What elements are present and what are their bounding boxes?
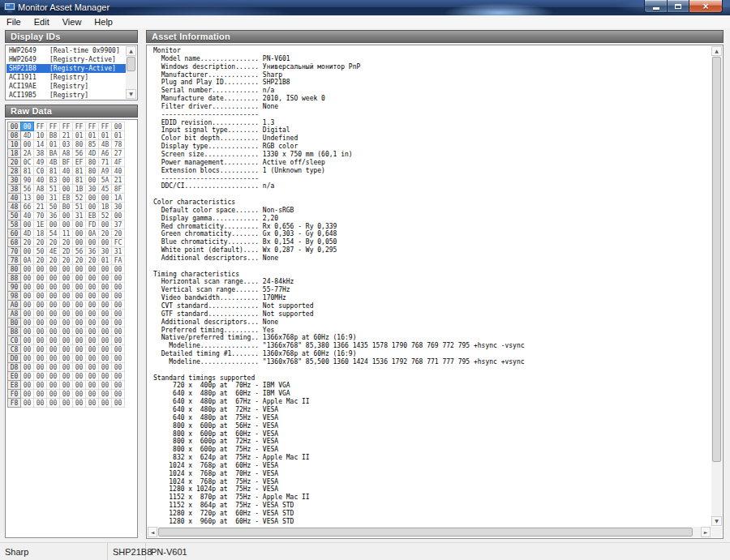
hex-cell[interactable]: 00 (46, 398, 60, 408)
display-id-code: HWP2649 (9, 55, 49, 64)
raw-data-title: Raw Data (11, 106, 52, 116)
menu-bar: FileEditViewHelp (0, 15, 730, 28)
display-id-code: ACI19B5 (9, 91, 49, 99)
scroll-up-icon[interactable]: ▲ (126, 46, 136, 56)
display-ids-items: HWP2649[Real-time 0x9900]HWP2649[Registr… (6, 46, 126, 99)
app-window: Monitor Asset Manager × FileEditViewHelp… (0, 0, 730, 560)
close-button[interactable]: × (689, 0, 723, 13)
menu-item-help[interactable]: Help (88, 15, 119, 28)
display-ids-header: Display IDs (5, 30, 138, 43)
display-ids-list: HWP2649[Real-time 0x9900]HWP2649[Registr… (5, 45, 138, 100)
hex-grid: 0000FFFFFFFFFFFF00084D10B821010101011000… (7, 122, 125, 408)
display-id-code: ACI19AE (9, 82, 49, 91)
caption-buttons: × (644, 0, 723, 13)
display-id-source: [Real-time 0x9900] (49, 46, 120, 55)
maximize-icon (675, 4, 681, 9)
menu-item-view[interactable]: View (56, 15, 88, 28)
hex-cell[interactable]: 00 (20, 122, 34, 131)
scrollbar-thumb[interactable] (158, 528, 693, 536)
maximize-button[interactable] (668, 0, 689, 13)
menu-item-edit[interactable]: Edit (28, 15, 56, 28)
status-model: PN-V601 (146, 543, 730, 560)
scroll-down-icon[interactable]: ▼ (711, 516, 722, 526)
window-title: Monitor Asset Manager (18, 2, 110, 12)
scroll-up-icon[interactable]: ▲ (711, 46, 722, 56)
display-ids-title: Display IDs (11, 32, 61, 41)
display-id-source: [Registry-Active] (49, 55, 116, 64)
display-id-source: [Registry] (49, 73, 88, 82)
display-ids-scrollbar[interactable]: ▲ ▼ (126, 46, 136, 99)
asset-horizontal-scrollbar[interactable]: ◄ ► (148, 527, 711, 537)
status-bar: Sharp SHP21B8 PN-V601 (0, 542, 730, 560)
scrollbar-thumb[interactable] (127, 57, 135, 71)
display-id-item[interactable]: ACI19AE[Registry] (6, 82, 126, 91)
display-id-item[interactable]: SHP21B8[Registry-Active] (6, 64, 126, 73)
hex-cell[interactable]: 00 (111, 398, 125, 408)
display-id-source: [Registry] (49, 82, 88, 91)
scroll-right-icon[interactable]: ► (701, 527, 711, 537)
display-id-item[interactable]: ACI19B5[Registry] (6, 91, 126, 99)
raw-data-grid: 0000FFFFFFFFFFFF00084D10B821010101011000… (5, 119, 138, 538)
asset-info-panel: Monitor Model name............... PN-V60… (146, 45, 724, 539)
hex-cell[interactable]: 00 (59, 398, 73, 408)
hex-cell[interactable]: 00 (33, 398, 47, 408)
hex-cell[interactable]: 00 (72, 398, 86, 408)
display-id-code: SHP21B8 (9, 64, 49, 73)
hex-cell[interactable]: 00 (20, 398, 34, 408)
display-id-code: ACI1911 (9, 73, 49, 82)
raw-data-header: Raw Data (5, 105, 138, 118)
asset-info-text: Monitor Model name............... PN-V60… (153, 47, 710, 525)
status-pnp-id: SHP21B8 (108, 543, 146, 560)
menu-item-file[interactable]: File (0, 15, 28, 28)
scroll-left-icon[interactable]: ◄ (148, 527, 157, 537)
hex-cell[interactable]: 00 (98, 398, 112, 408)
close-icon: × (702, 1, 708, 12)
display-id-item[interactable]: HWP2649[Registry-Active] (6, 55, 126, 64)
monitor-icon (4, 2, 15, 13)
title-bar: Monitor Asset Manager × (0, 0, 730, 15)
scroll-down-icon[interactable]: ▼ (126, 89, 136, 99)
hex-cell[interactable]: 00 (85, 398, 99, 408)
status-manufacturer: Sharp (0, 543, 108, 560)
display-id-item[interactable]: HWP2649[Real-time 0x9900] (6, 46, 126, 55)
minimize-button[interactable] (644, 0, 668, 13)
asset-info-title: Asset Information (152, 32, 230, 41)
asset-vertical-scrollbar[interactable]: ▲ ▼ (711, 46, 722, 526)
minimize-icon (653, 7, 659, 10)
asset-info-header: Asset Information (146, 30, 724, 43)
display-id-code: HWP2649 (9, 46, 49, 55)
display-id-item[interactable]: ACI1911[Registry] (6, 73, 126, 82)
display-id-source: [Registry-Active] (49, 64, 116, 73)
hex-row-label: F8 (7, 398, 21, 408)
display-id-source: [Registry] (49, 91, 88, 99)
scrollbar-corner (711, 527, 722, 537)
scrollbar-thumb[interactable] (712, 57, 721, 462)
